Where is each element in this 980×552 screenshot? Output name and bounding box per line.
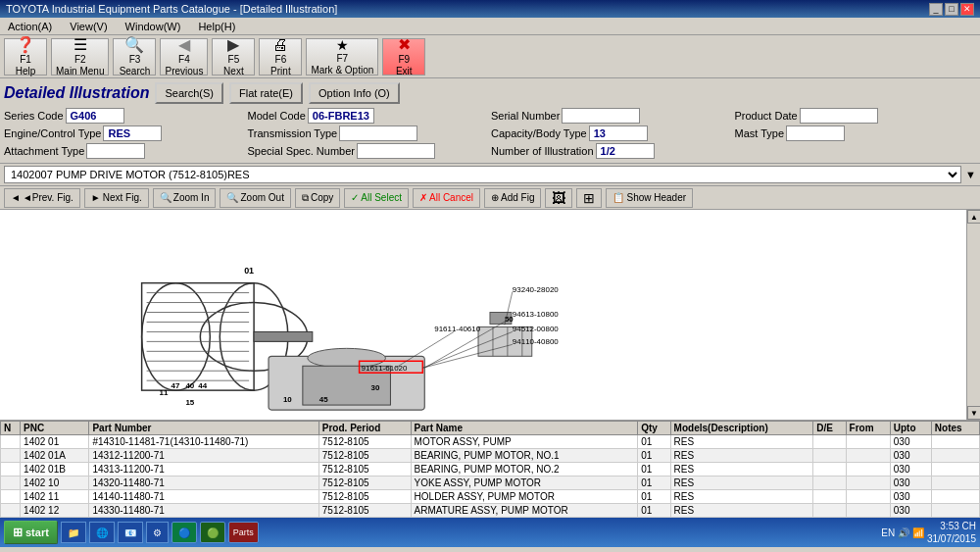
vertical-scrollbar[interactable]: ▲ ▼ — [966, 210, 980, 420]
svg-text:10: 10 — [283, 395, 292, 404]
col-prod-period: Prod. Period — [318, 422, 411, 435]
taskbar-folder[interactable]: 📁 — [61, 522, 86, 543]
taskbar-settings[interactable]: ⚙ — [146, 522, 169, 543]
svg-text:40: 40 — [185, 381, 194, 390]
menu-help[interactable]: Help(H) — [194, 20, 239, 33]
print-label: Print — [270, 66, 291, 76]
f5-label: F5 — [228, 54, 240, 65]
cell-de — [813, 449, 846, 463]
zoom-out-button[interactable]: 🔍Zoom Out — [220, 188, 290, 208]
serial-number-field: Serial Number — [491, 108, 733, 124]
svg-text:94110-40800: 94110-40800 — [513, 337, 559, 346]
attachment-field: Attachment Type — [4, 143, 246, 159]
table-row[interactable]: 1402 01A 14312-11200-71 7512-8105 BEARIN… — [1, 449, 980, 463]
cell-upto: 030 — [890, 435, 931, 449]
taskbar-parts-app[interactable]: Parts — [228, 522, 259, 543]
prev-fig-button[interactable]: ◄◄Prev. Fig. — [4, 188, 80, 208]
f9-exit-button[interactable]: ✖ F9 Exit — [382, 38, 425, 75]
close-button[interactable]: ✕ — [960, 3, 974, 16]
taskbar-email[interactable]: 📧 — [118, 522, 143, 543]
f3-search-button[interactable]: 🔍 F3 Search — [113, 38, 156, 75]
show-header-button[interactable]: 📋Show Header — [606, 188, 693, 208]
f2-mainmenu-button[interactable]: ☰ F2 Main Menu — [51, 38, 109, 75]
menu-window[interactable]: Window(W) — [122, 20, 185, 33]
f7-mark-button[interactable]: ★ F7 Mark & Option — [306, 38, 378, 75]
all-select-button[interactable]: ✓All Select — [344, 188, 409, 208]
cell-prod-period: 7512-8105 — [318, 490, 411, 504]
col-pnc: PNC — [21, 422, 89, 435]
taskbar-tray: 🔊 📶 — [898, 527, 924, 538]
part-selection-row: 1402007 PUMP DRIVE MOTOR (7512-8105)RES … — [0, 164, 980, 186]
cell-upto: 030 — [890, 504, 931, 518]
scroll-up-button[interactable]: ▲ — [967, 210, 980, 224]
part-dropdown[interactable]: 1402007 PUMP DRIVE MOTOR (7512-8105)RES — [4, 166, 961, 183]
f7-label: F7 — [337, 53, 349, 64]
cell-prod-period: 7512-8105 — [318, 477, 411, 490]
svg-text:11: 11 — [160, 388, 169, 397]
cell-de — [813, 504, 846, 518]
start-button[interactable]: ⊞ start — [4, 521, 58, 544]
minimize-button[interactable]: _ — [929, 3, 943, 16]
header-top-row: Detailed Illustration Search(S) Flat rat… — [4, 82, 976, 104]
all-cancel-button[interactable]: ✗All Cancel — [413, 188, 480, 208]
cell-notes — [931, 463, 979, 477]
f1-help-button[interactable]: ❓ F1 Help — [4, 38, 47, 75]
cell-notes — [931, 435, 979, 449]
scroll-down-button[interactable]: ▼ — [967, 406, 980, 420]
mast-type-label: Mast Type — [735, 127, 785, 139]
f6-print-button[interactable]: 🖨 F6 Print — [259, 38, 302, 75]
scroll-track[interactable] — [967, 224, 980, 406]
menu-bar: Action(A) View(V) Window(W) Help(H) — [0, 18, 980, 35]
next-fig-button[interactable]: ►Next Fig. — [84, 188, 149, 208]
num-illustration-label: Number of Illustration — [491, 145, 594, 157]
cell-part-number: 14312-11200-71 — [89, 449, 318, 463]
taskbar-browser[interactable]: 🌐 — [89, 522, 115, 543]
table-row[interactable]: 1402 01 #14310-11481-71(14310-11480-71) … — [1, 435, 980, 449]
series-code-field: Series Code G406 — [4, 108, 246, 124]
cell-prod-period: 7512-8105 — [318, 435, 411, 449]
cell-n — [1, 449, 21, 463]
menu-action[interactable]: Action(A) — [4, 20, 56, 33]
cell-from — [846, 504, 890, 518]
table-row[interactable]: 1402 12 14330-11480-71 7512-8105 ARMATUR… — [1, 504, 980, 518]
main-toolbar: ❓ F1 Help ☰ F2 Main Menu 🔍 F3 Search ◀ F… — [0, 35, 980, 78]
table-row[interactable]: 1402 11 14140-11480-71 7512-8105 HOLDER … — [1, 490, 980, 504]
table-row[interactable]: 1402 10 14320-11480-71 7512-8105 YOKE AS… — [1, 477, 980, 490]
maximize-button[interactable]: □ — [945, 3, 958, 16]
cell-models: RES — [670, 490, 813, 504]
special-spec-value — [357, 143, 435, 159]
svg-rect-2 — [142, 283, 254, 390]
taskbar-app1[interactable]: 🔵 — [172, 522, 197, 543]
f4-label: F4 — [178, 54, 190, 65]
f4-previous-button[interactable]: ◀ F4 Previous — [160, 38, 208, 75]
optioninfo-button[interactable]: Option Info (O) — [309, 82, 400, 104]
menu-view[interactable]: View(V) — [66, 20, 111, 33]
windows-icon: ⊞ — [13, 526, 23, 539]
num-illustration-field: Number of Illustration 1/2 — [491, 143, 733, 159]
window-controls: _ □ ✕ — [929, 3, 974, 16]
table-icon-button[interactable]: ⊞ — [576, 188, 602, 208]
col-part-number: Part Number — [89, 422, 318, 435]
search-label: Search — [120, 66, 151, 76]
cell-de — [813, 490, 846, 504]
f5-next-button[interactable]: ▶ F5 Next — [212, 38, 255, 75]
cell-pnc: 1402 12 — [21, 504, 89, 518]
grid-icon-button[interactable]: 🖼 — [545, 188, 572, 208]
zoom-in-button[interactable]: 🔍Zoom In — [153, 188, 217, 208]
svg-text:30: 30 — [371, 383, 380, 392]
copy-button[interactable]: ⧉Copy — [295, 188, 340, 208]
cell-part-name: ARMATURE ASSY, PUMP MOTOR — [411, 504, 638, 518]
exit-label: Exit — [396, 66, 413, 76]
cell-part-number: #14310-11481-71(14310-11480-71) — [89, 435, 318, 449]
special-spec-field: Special Spec. Number — [248, 143, 490, 159]
cell-pnc: 1402 01B — [21, 463, 89, 477]
table-row[interactable]: 1402 01B 14313-11200-71 7512-8105 BEARIN… — [1, 463, 980, 477]
taskbar-app2[interactable]: 🟢 — [200, 522, 225, 543]
col-upto: Upto — [890, 422, 931, 435]
cell-pnc: 1402 01 — [21, 435, 89, 449]
cell-models: RES — [670, 504, 813, 518]
add-fig-button[interactable]: ⊕Add Fig — [484, 188, 541, 208]
search-s-button[interactable]: Search(S) — [155, 82, 223, 104]
cell-upto: 030 — [890, 463, 931, 477]
flatrate-button[interactable]: Flat rate(E) — [229, 82, 303, 104]
